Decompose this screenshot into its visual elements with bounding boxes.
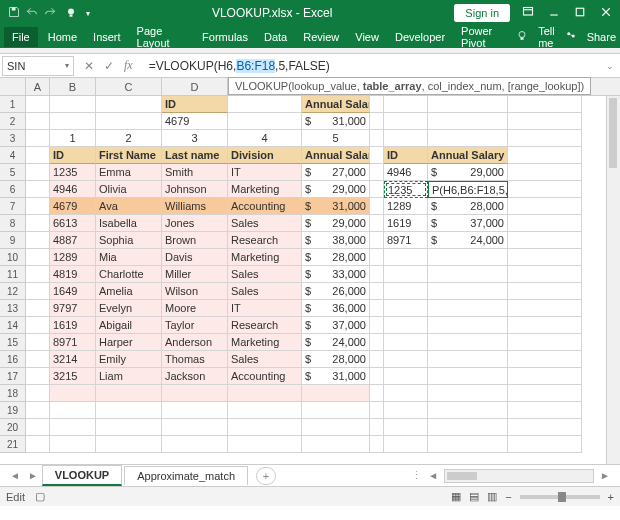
cell[interactable] bbox=[26, 198, 50, 215]
cell[interactable] bbox=[370, 130, 384, 147]
cell[interactable]: Wilson bbox=[162, 283, 228, 300]
cell[interactable] bbox=[96, 419, 162, 436]
cell[interactable] bbox=[96, 402, 162, 419]
view-break-icon[interactable]: ▥ bbox=[487, 490, 497, 503]
cell[interactable]: Amelia bbox=[96, 283, 162, 300]
cell[interactable]: Sophia bbox=[96, 232, 162, 249]
row-header[interactable]: 5 bbox=[0, 164, 26, 181]
cell[interactable] bbox=[96, 436, 162, 453]
cell[interactable] bbox=[384, 436, 428, 453]
row-header[interactable]: 1 bbox=[0, 96, 26, 113]
cell[interactable] bbox=[26, 215, 50, 232]
row-header[interactable]: 19 bbox=[0, 402, 26, 419]
ribbon-options-icon[interactable] bbox=[522, 6, 534, 20]
cell[interactable]: 31,000 bbox=[302, 368, 370, 385]
cell[interactable] bbox=[508, 368, 582, 385]
cell[interactable]: Miller bbox=[162, 266, 228, 283]
cell[interactable] bbox=[428, 402, 508, 419]
cell[interactable]: 3215 bbox=[50, 368, 96, 385]
cell[interactable]: Brown bbox=[162, 232, 228, 249]
cell[interactable] bbox=[508, 385, 582, 402]
cell[interactable] bbox=[26, 385, 50, 402]
row-header[interactable]: 13 bbox=[0, 300, 26, 317]
cell[interactable] bbox=[370, 351, 384, 368]
cell[interactable] bbox=[26, 334, 50, 351]
cell[interactable] bbox=[384, 130, 428, 147]
cell[interactable] bbox=[428, 385, 508, 402]
cell[interactable]: 9797 bbox=[50, 300, 96, 317]
cell[interactable] bbox=[370, 436, 384, 453]
cell[interactable] bbox=[428, 334, 508, 351]
macro-record-icon[interactable]: ▢ bbox=[35, 490, 45, 503]
cell[interactable] bbox=[508, 351, 582, 368]
tab-developer[interactable]: Developer bbox=[387, 27, 453, 47]
cell[interactable] bbox=[384, 96, 428, 113]
cell[interactable]: First Name bbox=[96, 147, 162, 164]
cell[interactable] bbox=[384, 334, 428, 351]
cell[interactable]: 4946 bbox=[384, 164, 428, 181]
name-box[interactable]: SIN bbox=[2, 56, 74, 76]
cell[interactable] bbox=[508, 300, 582, 317]
cell[interactable]: Taylor bbox=[162, 317, 228, 334]
cell[interactable]: 28,000 bbox=[428, 198, 508, 215]
row-header[interactable]: 16 bbox=[0, 351, 26, 368]
cell[interactable]: 33,000 bbox=[302, 266, 370, 283]
zoom-in-button[interactable]: + bbox=[608, 491, 614, 503]
cell[interactable] bbox=[428, 130, 508, 147]
share-icon[interactable] bbox=[565, 30, 577, 44]
cell[interactable]: 1235 bbox=[384, 181, 428, 198]
cell[interactable]: 1235 bbox=[50, 164, 96, 181]
row-header[interactable]: 9 bbox=[0, 232, 26, 249]
tab-review[interactable]: Review bbox=[295, 27, 347, 47]
cell[interactable]: Mia bbox=[96, 249, 162, 266]
signin-button[interactable]: Sign in bbox=[454, 4, 510, 22]
fx-icon[interactable]: fx bbox=[124, 58, 133, 73]
bulb-icon[interactable] bbox=[62, 4, 80, 22]
cell[interactable] bbox=[162, 419, 228, 436]
cell[interactable]: Evelyn bbox=[96, 300, 162, 317]
cell[interactable] bbox=[384, 351, 428, 368]
cell[interactable] bbox=[370, 181, 384, 198]
cell[interactable]: 4679 bbox=[162, 113, 228, 130]
cell[interactable] bbox=[370, 317, 384, 334]
cell[interactable] bbox=[370, 198, 384, 215]
save-icon[interactable] bbox=[8, 6, 20, 20]
cell[interactable]: 31,000 bbox=[302, 113, 370, 130]
cell[interactable]: Research bbox=[228, 317, 302, 334]
cell[interactable]: Last name bbox=[162, 147, 228, 164]
redo-icon[interactable] bbox=[44, 6, 56, 20]
row-header[interactable]: 14 bbox=[0, 317, 26, 334]
cell[interactable]: Moore bbox=[162, 300, 228, 317]
cell[interactable] bbox=[370, 283, 384, 300]
cell[interactable] bbox=[370, 164, 384, 181]
cell[interactable] bbox=[384, 283, 428, 300]
cell[interactable]: Sales bbox=[228, 266, 302, 283]
cell[interactable]: ID bbox=[50, 147, 96, 164]
cell[interactable]: 38,000 bbox=[302, 232, 370, 249]
cell[interactable]: Marketing bbox=[228, 334, 302, 351]
cell[interactable] bbox=[26, 300, 50, 317]
cell[interactable]: Jones bbox=[162, 215, 228, 232]
tab-home[interactable]: Home bbox=[40, 27, 85, 47]
cell[interactable]: 4679 bbox=[50, 198, 96, 215]
tab-view[interactable]: View bbox=[347, 27, 387, 47]
cell[interactable] bbox=[162, 436, 228, 453]
cell[interactable] bbox=[370, 300, 384, 317]
column-header[interactable]: B bbox=[50, 78, 96, 95]
cell[interactable]: 1289 bbox=[384, 198, 428, 215]
row-header[interactable]: 20 bbox=[0, 419, 26, 436]
tab-page-layout[interactable]: Page Layout bbox=[129, 21, 195, 53]
cell[interactable] bbox=[370, 368, 384, 385]
cell[interactable] bbox=[50, 436, 96, 453]
tab-power-pivot[interactable]: Power Pivot bbox=[453, 21, 516, 53]
cell[interactable] bbox=[26, 164, 50, 181]
cell[interactable] bbox=[302, 385, 370, 402]
cell[interactable] bbox=[50, 113, 96, 130]
cell[interactable] bbox=[370, 419, 384, 436]
cell[interactable] bbox=[508, 283, 582, 300]
cell[interactable] bbox=[26, 113, 50, 130]
cell[interactable] bbox=[162, 385, 228, 402]
row-header[interactable]: 2 bbox=[0, 113, 26, 130]
cell[interactable]: Isabella bbox=[96, 215, 162, 232]
view-page-icon[interactable]: ▤ bbox=[469, 490, 479, 503]
